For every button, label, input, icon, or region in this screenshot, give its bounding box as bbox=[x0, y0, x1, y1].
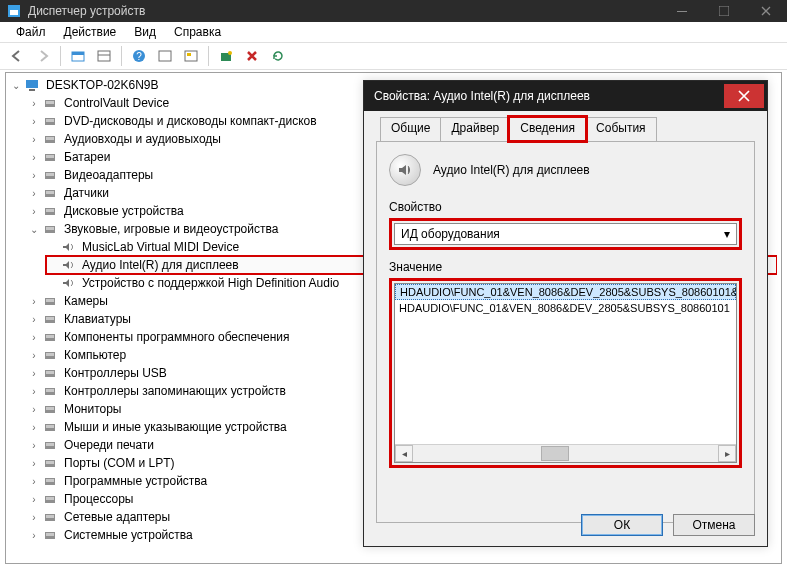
menu-action[interactable]: Действие bbox=[56, 23, 125, 41]
menu-file[interactable]: Файл bbox=[8, 23, 54, 41]
chevron-right-icon[interactable]: › bbox=[28, 97, 40, 109]
category-label: Дисковые устройства bbox=[62, 203, 186, 219]
chevron-right-icon[interactable]: › bbox=[28, 205, 40, 217]
chevron-right-icon[interactable]: › bbox=[28, 115, 40, 127]
property-combo[interactable]: ИД оборудования ▾ bbox=[394, 223, 737, 245]
dialog-titlebar: Свойства: Аудио Intel(R) для дисплеев bbox=[364, 81, 767, 111]
category-label: Процессоры bbox=[62, 491, 136, 507]
value-item[interactable]: HDAUDIO\FUNC_01&VEN_8086&DEV_2805&SUBSYS… bbox=[395, 284, 736, 300]
titlebar: Диспетчер устройств bbox=[0, 0, 787, 22]
chevron-right-icon[interactable]: › bbox=[28, 187, 40, 199]
scroll-track[interactable] bbox=[413, 445, 718, 462]
category-icon bbox=[42, 311, 58, 327]
svg-rect-6 bbox=[98, 51, 110, 61]
svg-rect-36 bbox=[46, 317, 54, 320]
svg-rect-44 bbox=[46, 389, 54, 392]
toolbar-sep bbox=[208, 46, 209, 66]
tab-driver[interactable]: Драйвер bbox=[440, 117, 510, 141]
category-label: Сетевые адаптеры bbox=[62, 509, 172, 525]
scroll-right-icon[interactable]: ▸ bbox=[718, 445, 736, 462]
chevron-right-icon[interactable]: › bbox=[28, 529, 40, 541]
close-button[interactable] bbox=[745, 0, 787, 22]
menu-view[interactable]: Вид bbox=[126, 23, 164, 41]
tab-events[interactable]: События bbox=[585, 117, 657, 141]
nav-back-button[interactable] bbox=[6, 45, 28, 67]
properties-dialog: Свойства: Аудио Intel(R) для дисплеев Об… bbox=[363, 80, 768, 547]
svg-rect-2 bbox=[677, 11, 687, 12]
chevron-right-icon[interactable]: › bbox=[28, 385, 40, 397]
tool-icon-1[interactable] bbox=[67, 45, 89, 67]
minimize-button[interactable] bbox=[661, 0, 703, 22]
chevron-right-icon[interactable]: › bbox=[28, 475, 40, 487]
scroll-thumb[interactable] bbox=[541, 446, 569, 461]
category-label: Очереди печати bbox=[62, 437, 156, 453]
chevron-right-icon[interactable]: › bbox=[28, 421, 40, 433]
category-label: Компьютер bbox=[62, 347, 128, 363]
svg-rect-60 bbox=[46, 533, 54, 536]
chevron-right-icon[interactable]: › bbox=[28, 457, 40, 469]
tool-refresh-button[interactable] bbox=[267, 45, 289, 67]
category-icon bbox=[42, 149, 58, 165]
tool-icon-2[interactable] bbox=[93, 45, 115, 67]
chevron-down-icon[interactable]: ⌄ bbox=[28, 223, 40, 235]
nav-forward-button[interactable] bbox=[32, 45, 54, 67]
dialog-buttons: ОК Отмена bbox=[581, 514, 755, 536]
category-icon bbox=[42, 383, 58, 399]
chevron-right-icon[interactable]: › bbox=[28, 493, 40, 505]
category-label: Компоненты программного обеспечения bbox=[62, 329, 292, 345]
chevron-right-icon[interactable]: › bbox=[28, 349, 40, 361]
value-listbox[interactable]: HDAUDIO\FUNC_01&VEN_8086&DEV_2805&SUBSYS… bbox=[394, 283, 737, 463]
chevron-right-icon[interactable]: › bbox=[28, 511, 40, 523]
horizontal-scrollbar[interactable]: ◂ ▸ bbox=[395, 444, 736, 462]
scroll-left-icon[interactable]: ◂ bbox=[395, 445, 413, 462]
cancel-button[interactable]: Отмена bbox=[673, 514, 755, 536]
category-icon bbox=[42, 95, 58, 111]
chevron-right-icon[interactable]: › bbox=[28, 151, 40, 163]
category-label: Камеры bbox=[62, 293, 110, 309]
svg-rect-16 bbox=[29, 89, 35, 91]
tool-icon-3[interactable] bbox=[154, 45, 176, 67]
ok-button[interactable]: ОК bbox=[581, 514, 663, 536]
category-icon bbox=[42, 329, 58, 345]
chevron-right-icon[interactable]: › bbox=[28, 133, 40, 145]
svg-rect-54 bbox=[46, 479, 54, 482]
chevron-right-icon[interactable]: › bbox=[28, 367, 40, 379]
toolbar: ? bbox=[0, 42, 787, 70]
dialog-close-button[interactable] bbox=[724, 84, 764, 108]
device-name: Аудио Intel(R) для дисплеев bbox=[433, 163, 590, 177]
chevron-right-icon[interactable]: › bbox=[28, 439, 40, 451]
category-label: Программные устройства bbox=[62, 473, 209, 489]
maximize-button[interactable] bbox=[703, 0, 745, 22]
svg-rect-46 bbox=[46, 407, 54, 410]
menu-help[interactable]: Справка bbox=[166, 23, 229, 41]
property-combo-value: ИД оборудования bbox=[401, 227, 500, 241]
category-label: Контроллеры запоминающих устройств bbox=[62, 383, 288, 399]
svg-rect-15 bbox=[26, 80, 38, 88]
chevron-right-icon[interactable]: › bbox=[28, 295, 40, 307]
category-icon bbox=[42, 221, 58, 237]
chevron-right-icon[interactable]: › bbox=[28, 403, 40, 415]
category-icon bbox=[42, 167, 58, 183]
tool-scan-button[interactable] bbox=[215, 45, 237, 67]
chevron-right-icon[interactable]: › bbox=[28, 313, 40, 325]
category-icon bbox=[42, 203, 58, 219]
svg-rect-5 bbox=[72, 52, 84, 55]
chevron-right-icon[interactable]: › bbox=[28, 331, 40, 343]
category-icon bbox=[42, 491, 58, 507]
computer-icon bbox=[24, 77, 40, 93]
tab-details[interactable]: Сведения bbox=[509, 117, 586, 141]
category-label: Мыши и иные указывающие устройства bbox=[62, 419, 289, 435]
svg-rect-56 bbox=[46, 497, 54, 500]
root-label: DESKTOP-02K6N9B bbox=[44, 77, 161, 93]
category-icon bbox=[42, 419, 58, 435]
svg-point-14 bbox=[228, 51, 232, 55]
chevron-right-icon[interactable]: › bbox=[28, 169, 40, 181]
value-item[interactable]: HDAUDIO\FUNC_01&VEN_8086&DEV_2805&SUBSYS… bbox=[395, 300, 736, 316]
tab-general[interactable]: Общие bbox=[380, 117, 441, 141]
collapse-icon[interactable]: ⌄ bbox=[10, 79, 22, 91]
tool-icon-4[interactable] bbox=[180, 45, 202, 67]
svg-rect-34 bbox=[46, 299, 54, 302]
svg-rect-1 bbox=[10, 10, 18, 15]
tool-help-button[interactable]: ? bbox=[128, 45, 150, 67]
tool-delete-button[interactable] bbox=[241, 45, 263, 67]
